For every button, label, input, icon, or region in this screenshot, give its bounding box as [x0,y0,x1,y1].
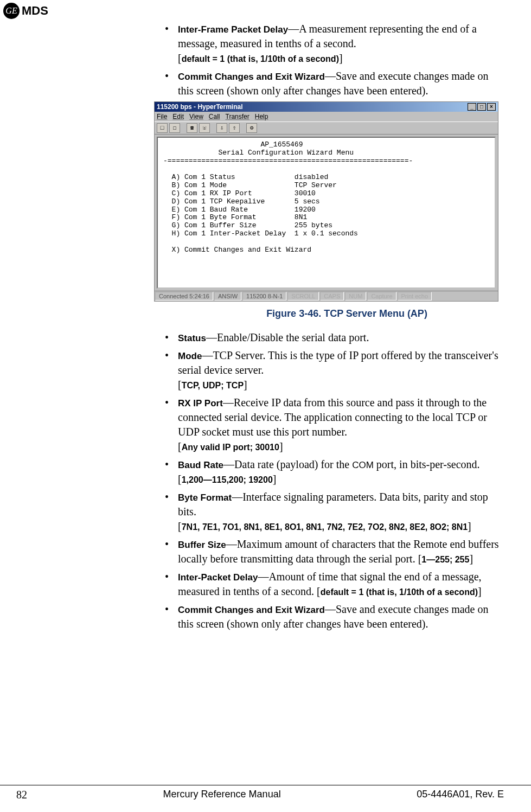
window-buttons: _ □ × [468,103,496,111]
status-cell: ANSIW [214,292,241,300]
status-cell: NUM [345,292,366,300]
toolbar: □ ☐ ☎ ☏ ⇩ ⇧ ⚙ [155,122,498,135]
bullet-item: Commit Changes and Exit Wizard—Save and … [163,69,504,98]
bullet-item: Mode—TCP Server. This is the type of IP … [163,348,504,392]
statusbar: Connected 5:24:16ANSIW115200 8-N-1SCROLL… [155,291,498,301]
window-title: 115200 bps - HyperTerminal [157,103,243,111]
toolbar-recv-icon[interactable]: ⇧ [229,123,240,133]
ge-logo-icon: GE [3,3,20,19]
menu-item[interactable]: Help [255,113,268,120]
status-cell: Capture [367,292,396,300]
menu-item[interactable]: Edit [172,113,184,120]
page-footer: 82 Mercury Reference Manual 05-4446A01, … [0,785,531,801]
menu-item[interactable]: Call [209,113,220,120]
toolbar-hangup-icon[interactable]: ☏ [199,123,210,133]
footer-right: 05-4446A01, Rev. E [417,789,504,801]
status-cell: CAPS [320,292,344,300]
hyperterminal-window: 115200 bps - HyperTerminal _ □ × FileEdi… [154,101,498,302]
toolbar-props-icon[interactable]: ⚙ [246,123,257,133]
bullet-item: Byte Format—Interface signaling paramete… [163,490,504,534]
menu-item[interactable]: Transfer [226,113,249,120]
terminal-items: A) Com 1 Status disabled B) Com 1 Mode T… [163,173,358,254]
page-number: 82 [16,789,27,801]
toolbar-open-icon[interactable]: ☐ [169,123,180,133]
toolbar-call-icon[interactable]: ☎ [187,123,197,133]
terminal-header: AP_1655469 Serial Configuration Wizard M… [163,140,413,165]
status-cell: Print echo [398,292,432,300]
close-icon[interactable]: × [487,103,496,111]
toolbar-new-icon[interactable]: □ [157,123,168,133]
status-cell: SCROLL [287,292,319,300]
maximize-icon[interactable]: □ [477,103,486,111]
top-bullet-section: Inter-Frame Packet Delay—A measurement r… [163,22,504,98]
bullet-item: Inter-Frame Packet Delay—A measurement r… [163,22,504,66]
logo-bar: GE MDS [0,0,531,22]
minimize-icon[interactable]: _ [468,103,476,111]
window-titlebar: 115200 bps - HyperTerminal _ □ × [155,102,498,112]
mds-logo: MDS [22,4,48,18]
bullet-item: Baud Rate—Data rate (payload) for the CO… [163,457,504,487]
menu-item[interactable]: View [189,113,203,120]
bullet-item: Commit Changes and Exit Wizard—Save and … [163,602,504,631]
bullet-item: RX IP Port—Receive IP data from this sou… [163,395,504,454]
status-cell: 115200 8-N-1 [242,292,286,300]
status-cell: Connected 5:24:16 [155,292,213,300]
terminal-prompt: Select a letter to choose item, <ESC> fo… [163,286,481,289]
figure-caption: Figure 3-46. TCP Server Menu (AP) [163,308,531,319]
bottom-bullet-section: Status—Enable/Disable the serial data po… [163,330,504,631]
menubar: FileEditViewCallTransferHelp [155,112,498,122]
bullet-item: Status—Enable/Disable the serial data po… [163,330,504,345]
terminal-body: AP_1655469 Serial Configuration Wizard M… [157,137,496,289]
menu-item[interactable]: File [157,113,167,120]
toolbar-send-icon[interactable]: ⇩ [216,123,227,133]
bullet-item: Buffer Size—Maximum amount of characters… [163,537,504,566]
footer-center: Mercury Reference Manual [163,789,281,801]
bullet-item: Inter-Packet Delay—Amount of time that s… [163,570,504,599]
figure-terminal: 115200 bps - HyperTerminal _ □ × FileEdi… [154,101,498,302]
